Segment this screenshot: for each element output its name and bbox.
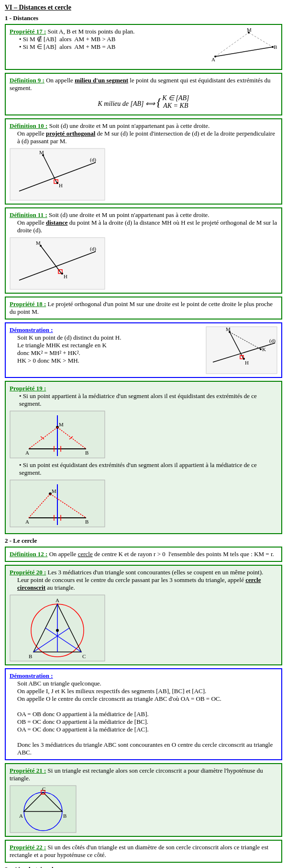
- svg-text:M: M: [247, 28, 252, 33]
- def10-diagram: M H (d): [10, 148, 277, 201]
- svg-point-23: [61, 273, 63, 274]
- def11-header: Définition 11 : Soit (d) une droite et M…: [10, 211, 277, 219]
- prop17-header: Propriété 17 : Soit A, B et M trois poin…: [10, 28, 207, 35]
- demo1-box: Démonstration : Soit K un point de (d) d…: [5, 322, 282, 378]
- prop19-header: Propriété 19 :: [10, 385, 277, 392]
- demo2-text4: OA = OB donc O appartient à la médiatric…: [17, 710, 277, 718]
- svg-text:M: M: [36, 240, 41, 246]
- prop17-label: Propriété 17 :: [10, 28, 46, 35]
- def12-label: Définition 12 :: [10, 550, 47, 558]
- def10-box: Définition 10 : Soit (d) une droite et M…: [5, 118, 282, 205]
- def10-label: Définition 10 :: [10, 122, 47, 129]
- def9-math: K milieu de [AB] ⟺ { K ∈ [AB] AK = KB: [10, 94, 277, 110]
- prop18-text: Le projeté orthogonal d'un point M sur u…: [10, 300, 273, 315]
- page-title: VI – Distances et cercle: [5, 4, 282, 11]
- demo1-text1: Soit K un point de (d) distinct du point…: [17, 334, 202, 342]
- def10-text1: Soit (d) une droite et M un point n'appa…: [49, 122, 210, 129]
- svg-text:H: H: [64, 274, 67, 279]
- demo2-box: Démonstration : Soit ABC un triangle que…: [5, 668, 282, 760]
- svg-text:H: H: [59, 183, 63, 188]
- prop19-label: Propriété 19 :: [10, 385, 46, 392]
- prop19-diagram1: A B M: [10, 411, 277, 458]
- svg-text:B: B: [85, 450, 88, 456]
- def10-svg: M H (d): [10, 148, 105, 201]
- svg-text:M: M: [226, 326, 231, 332]
- demo2-text5: OB = OC donc O appartient à la médiatric…: [17, 718, 277, 726]
- svg-text:(d): (d): [269, 338, 276, 344]
- svg-text:M: M: [52, 488, 56, 494]
- prop17-box: Propriété 17 : Soit A, B et M trois poin…: [5, 24, 282, 70]
- svg-point-69: [56, 629, 59, 632]
- demo1-svg: M H K (d): [206, 326, 277, 374]
- prop18-box: Propriété 18 : Le projeté orthogonal d'u…: [5, 297, 282, 320]
- prop21-svg: A B C: [10, 785, 77, 833]
- prop18-label: Propriété 18 :: [10, 300, 46, 308]
- svg-text:C: C: [82, 653, 86, 659]
- prop17-bullet1: Si M ∉ [AB] alors AM + MB > AB: [19, 35, 207, 43]
- def10-header: Définition 10 : Soit (d) une droite et M…: [10, 122, 277, 130]
- prop17-text: Soit A, B et M trois points du plan.: [48, 28, 135, 35]
- demo2-label-line: Démonstration :: [10, 672, 277, 680]
- prop21-text: Si un triangle est rectangle alors son c…: [10, 767, 263, 782]
- demo1-text4: HK > 0 donc MK > MH.: [17, 357, 202, 365]
- def12-box: Définition 12 : On appelle cercle de cen…: [5, 547, 282, 562]
- prop17-bullet2: Si M ∈ [AB] alors AM + MB = AB: [19, 43, 207, 51]
- prop20-box: Propriété 20 : Les 3 médiatrices d'un tr…: [5, 565, 282, 665]
- prop17-diagram: A B M: [210, 28, 277, 66]
- svg-line-0: [215, 47, 273, 57]
- demo2-text6: OA = OC donc O appartient à la médiatric…: [17, 726, 277, 733]
- svg-text:A: A: [55, 597, 59, 603]
- prop21-label: Propriété 21 :: [10, 767, 46, 774]
- def11-text2: On appelle distance du point M à la droi…: [17, 219, 277, 234]
- def11-label: Définition 11 :: [10, 211, 47, 218]
- prop20-header: Propriété 20 : Les 3 médiatrices d'un tr…: [10, 569, 277, 576]
- prop22-label: Propriété 22 :: [10, 844, 46, 851]
- def9-text-pre: On appelle: [46, 77, 75, 84]
- svg-text:B: B: [274, 44, 277, 50]
- prop19-bullet2: Si un point est équidistant des extrémit…: [19, 461, 277, 477]
- prop20-diagram: A B C: [10, 594, 277, 662]
- svg-text:K: K: [262, 346, 266, 352]
- demo2-text3: On appelle O le centre du cercle circons…: [17, 695, 277, 703]
- svg-text:(d): (d): [90, 157, 96, 163]
- def9-header: Définition 9 : On appelle milieu d'un se…: [10, 77, 277, 92]
- svg-text:B: B: [63, 813, 66, 819]
- section2-title: 2 - Le cercle: [5, 537, 282, 545]
- prop19-diagram2: A B M: [10, 480, 277, 527]
- svg-point-14: [56, 182, 58, 184]
- section3-title: 3 – Aire du triangle: [5, 866, 282, 868]
- demo2-label: Démonstration :: [10, 672, 53, 679]
- prop17-svg: A B M: [210, 28, 277, 66]
- svg-text:B: B: [85, 519, 88, 525]
- svg-rect-27: [206, 327, 277, 374]
- demo2-text1: Soit ABC un triangle quelconque.: [17, 680, 277, 687]
- prop21-diagram: A B C: [10, 785, 277, 833]
- prop19-bullet1: Si un point appartient à la médiatrice d…: [19, 392, 277, 408]
- svg-line-2: [249, 33, 273, 47]
- demo1-label: Démonstration :: [10, 326, 53, 333]
- prop20-svg: A B C: [10, 594, 105, 662]
- prop19-svg1: A B M: [10, 411, 105, 458]
- svg-text:A: A: [211, 57, 215, 62]
- demo1-label-line: Démonstration :: [10, 326, 202, 334]
- def11-text1: Soit (d) une droite et M un point n'appa…: [49, 211, 210, 218]
- prop20-text2: Leur point de concours est le centre du …: [17, 576, 277, 592]
- svg-text:M: M: [59, 422, 64, 427]
- prop22-text: Si un des côtés d'un triangle est un dia…: [10, 844, 268, 858]
- svg-text:A: A: [25, 450, 29, 456]
- svg-text:M: M: [39, 149, 44, 155]
- def11-svg: M H (d): [10, 237, 105, 290]
- svg-line-1: [215, 33, 249, 57]
- demo2-text7: Donc les 3 médiatrices du triangle ABC s…: [17, 741, 277, 756]
- svg-text:(d): (d): [90, 246, 96, 252]
- def12-text: On appelle cercle de centre K et de rayo…: [49, 550, 274, 558]
- def10-text2: On appelle projeté orthogonal de M sur (…: [17, 130, 277, 145]
- def11-box: Définition 11 : Soit (d) une droite et M…: [5, 207, 282, 294]
- svg-text:A: A: [25, 519, 29, 525]
- svg-text:C: C: [42, 786, 45, 792]
- prop20-text1: Les 3 médiatrices d'un triangle sont con…: [48, 569, 264, 576]
- svg-text:H: H: [245, 360, 249, 365]
- def9-box: Définition 9 : On appelle milieu d'un se…: [5, 73, 282, 115]
- demo1-text2: Le triangle MHK est rectangle en K: [17, 342, 202, 349]
- section1-title: 1 - Distances: [5, 14, 282, 22]
